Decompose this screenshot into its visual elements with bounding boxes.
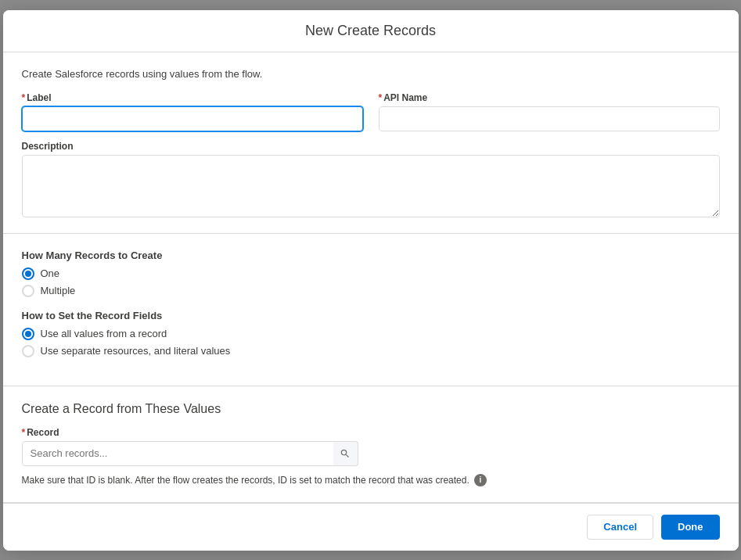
modal-title: New Create Records [22,23,720,39]
info-text-content: Make sure that ID is blank. After the fl… [22,475,469,486]
how-many-radio-group: One Multiple [22,267,720,297]
api-name-field-label: *API Name [379,92,720,103]
label-input[interactable] [22,106,363,131]
record-field-label: *Record [22,427,720,438]
how-to-set-title: How to Set the Record Fields [22,310,720,321]
radio-separate-input[interactable] [22,345,34,357]
description-field-group: Description [22,141,720,217]
create-record-section: Create a Record from These Values *Recor… [3,386,739,503]
how-to-set-radio-group: Use all values from a record Use separat… [22,328,720,357]
section-description: Create Salesforce records using values f… [22,68,720,80]
create-record-title: Create a Record from These Values [22,402,720,416]
radio-all-values-label: Use all values from a record [41,328,167,339]
done-button[interactable]: Done [661,515,720,540]
radio-one-label: One [41,267,60,279]
search-icon [340,448,351,459]
record-search-button[interactable] [333,441,358,466]
radio-one[interactable]: One [22,267,720,280]
info-icon: i [474,474,487,486]
label-api-row: *Label *API Name [22,92,720,131]
options-section: How Many Records to Create One Multiple … [3,234,739,386]
record-search-input[interactable] [22,441,358,466]
modal-header: New Create Records [3,10,739,52]
modal-body: Create Salesforce records using values f… [3,52,739,503]
record-search-container [22,441,358,466]
api-name-required-star: * [379,92,383,103]
radio-multiple-input[interactable] [22,285,34,297]
radio-multiple-label: Multiple [41,285,76,296]
info-text: Make sure that ID is blank. After the fl… [22,474,720,486]
radio-all-values[interactable]: Use all values from a record [22,328,720,340]
modal-dialog: New Create Records Create Salesforce rec… [3,10,739,551]
radio-all-values-input[interactable] [22,328,34,340]
description-textarea[interactable] [22,155,720,217]
modal-footer: Cancel Done [3,503,739,551]
radio-separate-label: Use separate resources, and literal valu… [41,345,231,357]
record-required-star: * [22,427,26,438]
radio-separate[interactable]: Use separate resources, and literal valu… [22,345,720,357]
api-name-field-group: *API Name [379,92,720,131]
description-field-label: Description [22,141,720,152]
fields-section: Create Salesforce records using values f… [3,52,739,234]
label-field-group: *Label [22,92,363,131]
label-field-label: *Label [22,92,363,103]
radio-multiple[interactable]: Multiple [22,285,720,297]
radio-one-input[interactable] [22,267,34,280]
how-many-title: How Many Records to Create [22,249,720,261]
modal-overlay: New Create Records Create Salesforce rec… [0,0,741,560]
cancel-button[interactable]: Cancel [587,515,653,540]
api-name-input[interactable] [379,106,720,131]
label-required-star: * [22,92,26,103]
